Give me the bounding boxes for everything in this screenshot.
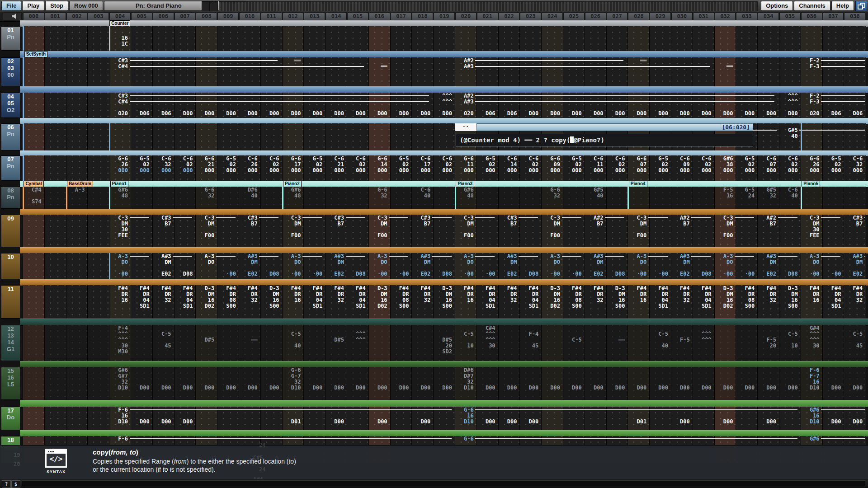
pattern-cell[interactable] xyxy=(736,57,758,86)
pattern-cell[interactable] xyxy=(433,215,455,247)
pattern-cell[interactable] xyxy=(693,57,715,86)
pattern-cell[interactable] xyxy=(714,57,736,86)
pattern-cell[interactable] xyxy=(476,26,499,51)
pattern-cell[interactable] xyxy=(131,215,153,247)
pattern-cell[interactable] xyxy=(217,325,239,361)
pattern-cell[interactable] xyxy=(606,57,628,86)
pattern-cell[interactable] xyxy=(433,187,455,209)
column-header-cell[interactable]: 038 xyxy=(844,13,865,20)
pattern-cell[interactable] xyxy=(563,325,585,361)
pattern-cell[interactable] xyxy=(606,187,628,209)
pattern-cell[interactable] xyxy=(757,57,779,86)
pattern-cell[interactable] xyxy=(390,123,412,150)
pattern-cell[interactable] xyxy=(693,325,715,361)
console-button[interactable]: $ xyxy=(11,480,20,488)
pattern-cell[interactable] xyxy=(476,57,499,86)
pattern-cell[interactable] xyxy=(801,26,823,51)
track-row-label-12-14[interactable]: 121314G1 xyxy=(1,325,20,361)
column-header-cell[interactable]: 025 xyxy=(563,13,585,20)
pattern-cell[interactable] xyxy=(325,187,347,209)
pattern-cell[interactable] xyxy=(87,407,109,430)
pattern-cell[interactable] xyxy=(152,187,175,209)
pattern-cell[interactable] xyxy=(66,123,88,150)
pattern-cell[interactable] xyxy=(736,325,758,361)
pattern-cell[interactable] xyxy=(23,155,45,181)
column-header-cell[interactable]: 020 xyxy=(455,13,476,20)
pattern-cell[interactable] xyxy=(844,123,866,150)
pattern-cell[interactable] xyxy=(239,325,261,361)
pattern-cell[interactable] xyxy=(217,187,239,209)
track-row-label-09[interactable]: 09 xyxy=(1,215,20,247)
column-header-cell[interactable]: 027 xyxy=(607,13,628,20)
pattern-cell[interactable] xyxy=(87,367,109,400)
column-header-cell[interactable]: 037 xyxy=(823,13,844,20)
column-header-cell[interactable]: 006 xyxy=(153,13,174,20)
pattern-cell[interactable] xyxy=(174,325,196,361)
menu-button-file[interactable]: File xyxy=(1,1,21,11)
module-chip-cymbal[interactable]: Cymbal xyxy=(24,181,43,187)
pattern-cell[interactable] xyxy=(433,367,455,400)
pattern-cell[interactable] xyxy=(368,325,391,361)
pattern-cell[interactable] xyxy=(239,26,261,51)
pattern-cell[interactable] xyxy=(779,367,801,400)
pattern-cell[interactable] xyxy=(131,57,153,86)
pattern-cell[interactable] xyxy=(260,215,283,247)
pattern-cell[interactable] xyxy=(66,285,88,319)
pattern-cell[interactable] xyxy=(325,367,347,400)
pattern-cell[interactable] xyxy=(411,26,434,51)
pattern-cell[interactable] xyxy=(195,367,217,400)
pattern-cell[interactable] xyxy=(195,57,217,86)
pattern-cell[interactable] xyxy=(325,325,347,361)
module-chip-piano2[interactable]: Piano2 xyxy=(283,181,302,187)
pattern-cell[interactable] xyxy=(66,215,88,247)
pattern-cell[interactable] xyxy=(303,57,326,86)
pattern-cell[interactable] xyxy=(585,367,607,400)
pattern-cell[interactable] xyxy=(563,367,585,400)
pattern-cell[interactable] xyxy=(822,57,844,86)
pattern-cell[interactable] xyxy=(44,123,66,150)
pattern-cell[interactable] xyxy=(757,367,779,400)
pattern-cell[interactable] xyxy=(498,57,520,86)
pattern-cell[interactable] xyxy=(779,26,801,51)
module-chip-bassdrum[interactable]: BassDrum xyxy=(67,181,93,187)
pattern-cell[interactable] xyxy=(44,93,66,118)
pattern-cell[interactable] xyxy=(433,57,455,86)
pattern-cell[interactable] xyxy=(498,187,520,209)
column-header-cell[interactable]: 008 xyxy=(196,13,217,20)
window-restore-button[interactable] xyxy=(855,1,867,11)
column-header-cell[interactable]: 009 xyxy=(217,13,239,20)
column-header-cell[interactable]: 031 xyxy=(693,13,714,20)
column-header-cell[interactable]: 007 xyxy=(175,13,196,20)
pattern-cell[interactable] xyxy=(714,367,736,400)
track-row-label-11[interactable]: 11 xyxy=(1,285,20,319)
pattern-cell[interactable] xyxy=(411,57,434,86)
pattern-cell[interactable] xyxy=(174,123,196,150)
pattern-cell[interactable] xyxy=(131,325,153,361)
pattern-cell[interactable] xyxy=(174,26,196,51)
pattern-cell[interactable] xyxy=(260,26,283,51)
pattern-cell[interactable] xyxy=(714,26,736,51)
pattern-cell[interactable] xyxy=(779,215,801,247)
pattern-cell[interactable] xyxy=(476,187,499,209)
pattern-cell[interactable] xyxy=(347,215,369,247)
pattern-cell[interactable] xyxy=(260,123,283,150)
pattern-cell[interactable] xyxy=(23,57,45,86)
pattern-cell[interactable] xyxy=(563,215,585,247)
pattern-cell[interactable] xyxy=(757,26,779,51)
module-chip-setsynth[interactable]: SetSynth xyxy=(24,51,47,57)
pattern-cell[interactable] xyxy=(152,367,175,400)
pattern-cell[interactable] xyxy=(174,57,196,86)
column-header-cell[interactable]: 021 xyxy=(477,13,498,20)
pattern-cell[interactable] xyxy=(23,325,45,361)
pattern-cell[interactable] xyxy=(519,367,542,400)
pattern-cell[interactable] xyxy=(131,367,153,400)
expression-input[interactable]: (@Counter mod 4) ══ 2 ? copy(@Piano7) xyxy=(456,134,753,146)
pattern-cell[interactable] xyxy=(671,367,693,400)
module-chip-counter[interactable]: Counter xyxy=(109,20,130,27)
pattern-cell[interactable] xyxy=(44,26,66,51)
menu-button-instrument[interactable]: Pn: Grand Piano xyxy=(104,1,213,11)
pattern-cell[interactable] xyxy=(44,285,66,319)
pattern-cell[interactable] xyxy=(347,26,369,51)
pattern-cell[interactable] xyxy=(844,367,866,400)
column-header-cell[interactable]: 032 xyxy=(715,13,736,20)
